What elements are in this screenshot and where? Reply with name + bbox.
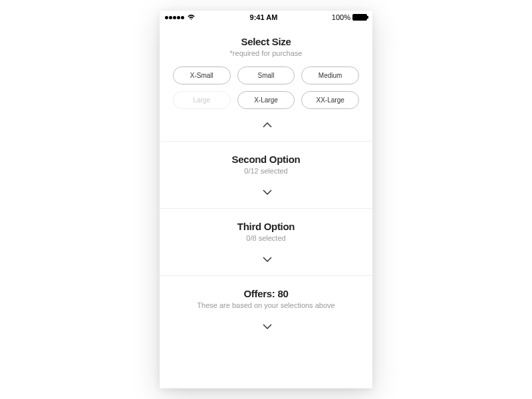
second-option-section: Second Option 0/12 selected	[160, 142, 372, 209]
size-option-medium[interactable]: Medium	[301, 66, 359, 84]
second-option-expand-button[interactable]	[170, 184, 362, 200]
battery-percent: 100%	[332, 13, 350, 21]
signal-strength-icon	[165, 16, 184, 19]
size-option-small[interactable]: Small	[237, 66, 295, 84]
chevron-down-icon	[263, 190, 269, 196]
third-option-expand-button[interactable]	[170, 251, 362, 267]
size-section: Select Size *required for purchase X-Sma…	[160, 24, 372, 142]
phone-frame: 9:41 AM 100% Select Size *required for p…	[160, 11, 372, 388]
third-option-section: Third Option 0/8 selected	[160, 209, 372, 276]
content-scroll[interactable]: Select Size *required for purchase X-Sma…	[160, 24, 372, 388]
size-option-xlarge[interactable]: X-Large	[237, 91, 295, 109]
second-option-subtitle: 0/12 selected	[170, 167, 362, 175]
offers-expand-button[interactable]	[170, 319, 362, 334]
size-option-large: Large	[173, 91, 231, 109]
size-subtitle: *required for purchase	[170, 49, 362, 57]
size-collapse-button[interactable]	[170, 117, 362, 133]
third-option-subtitle: 0/8 selected	[170, 234, 362, 242]
size-option-xxlarge[interactable]: XX-Large	[301, 91, 359, 109]
status-left	[165, 14, 196, 21]
second-option-title: Second Option	[170, 154, 362, 165]
size-grid: X-Small Small Medium Large X-Large XX-La…	[170, 66, 362, 109]
third-option-title: Third Option	[170, 221, 362, 232]
size-title: Select Size	[170, 36, 362, 47]
offers-section: Offers: 80 These are based on your selec…	[160, 276, 372, 342]
status-right: 100%	[332, 13, 367, 21]
chevron-up-icon	[263, 122, 269, 129]
battery-icon	[352, 14, 367, 21]
status-bar: 9:41 AM 100%	[160, 11, 372, 24]
size-option-xsmall[interactable]: X-Small	[173, 66, 231, 84]
wifi-icon	[187, 14, 196, 21]
offers-title: Offers: 80	[170, 288, 362, 299]
chevron-down-icon	[263, 324, 269, 331]
chevron-down-icon	[263, 257, 269, 263]
offers-subtitle: These are based on your selections above	[170, 301, 362, 309]
status-time: 9:41 AM	[250, 13, 278, 21]
